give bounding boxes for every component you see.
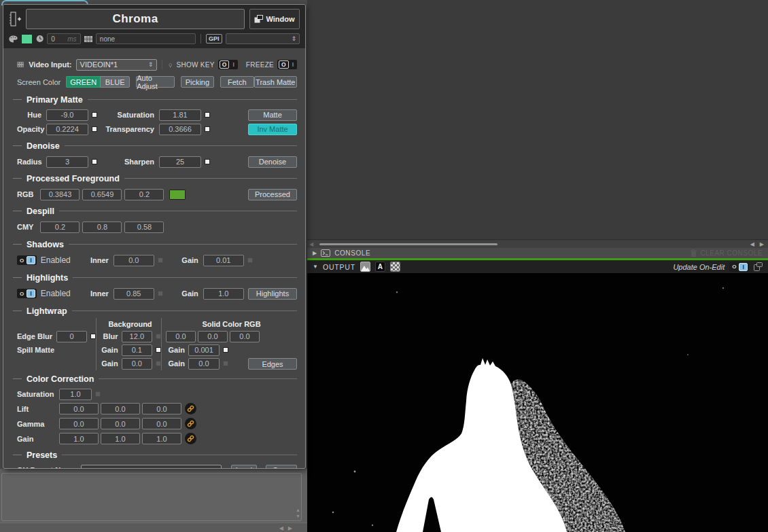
edge-blur-field[interactable]: 0 [56,331,87,342]
scroll-right-icon[interactable]: ▶ [760,241,764,247]
cc-value-field[interactable]: 0.0 [59,403,99,414]
opacity-field[interactable]: 0.2224 [46,124,88,135]
despill-m-field[interactable]: 0.8 [82,221,122,233]
update-on-edit-toggle[interactable]: O I [729,262,749,272]
alpha-view-icon[interactable]: A [375,262,385,272]
bg-blur-field[interactable]: 12.0 [122,331,152,342]
key-color-swatch[interactable] [21,34,33,44]
cc-value-field[interactable]: 0.0 [101,418,140,429]
sharpen-field[interactable]: 25 [159,156,201,168]
solid-gain1-field[interactable]: 0.001 [188,344,220,356]
link-channels-icon[interactable] [185,418,196,429]
gpi-select[interactable]: ⇕ [226,33,300,44]
cc-value-field[interactable]: 0.0 [142,418,181,429]
radius-checkbox[interactable] [92,159,97,164]
clear-console-button[interactable]: CLEAR CONSOLE [691,249,763,257]
solid-gain1-checkbox[interactable] [223,347,228,353]
rgb-view-icon[interactable] [360,262,370,272]
edge-blur-checkbox[interactable] [90,334,96,339]
picking-button[interactable]: Picking [181,76,214,88]
fg-green-field[interactable]: 0.6549 [82,189,122,200]
sharpen-checkbox[interactable] [205,159,210,164]
scroll-left-icon[interactable]: ◀ [279,525,283,531]
window-button[interactable]: Window [249,9,300,29]
auto-adjust-button[interactable]: Auto Adjust [136,76,174,88]
hue-field[interactable]: -9.0 [46,109,88,121]
link-channels-icon[interactable] [185,403,196,414]
solid-gain2-field[interactable]: 0.0 [188,358,220,370]
save-button[interactable]: Save [266,465,297,469]
scroll-left-icon[interactable]: ◀ [309,241,313,247]
highlights-inner-checkbox[interactable] [158,291,163,296]
bg-gain1-field[interactable]: 0.1 [122,344,152,356]
show-key-toggle[interactable]: O I [218,60,238,69]
fetch-button[interactable]: Fetch [220,76,254,88]
bg-gain2-checkbox[interactable] [156,361,161,366]
highlights-gain-field[interactable]: 1.0 [203,288,244,300]
fg-blue-field[interactable]: 0.2 [124,189,164,200]
transparency-checkbox[interactable] [205,126,210,132]
popout-window-icon[interactable] [754,262,763,271]
right-hscrollbar[interactable]: ◀ ◀ ▶ [307,241,768,248]
scrollbar-thumb[interactable] [319,243,498,245]
fg-red-field[interactable]: 0.3843 [40,189,80,200]
console-expand-icon[interactable]: ▶ [313,250,317,256]
scroll-down-icon[interactable]: ▼ [296,514,300,518]
radius-field[interactable]: 3 [46,156,88,168]
highlights-button[interactable]: Highlights [248,288,297,300]
hue-checkbox[interactable] [92,112,97,118]
output-video-viewport[interactable] [307,273,768,532]
saturation-checkbox[interactable] [205,112,210,118]
highlights-inner-field[interactable]: 0.85 [114,288,154,300]
scroll-up-icon[interactable]: ▲ [296,508,300,512]
solid-g-field[interactable]: 0.0 [198,331,228,342]
palette-icon[interactable] [9,35,18,43]
scroll-left-icon[interactable]: ◀ [750,241,754,247]
saturation-field[interactable]: 1.81 [159,109,201,121]
despill-c-field[interactable]: 0.2 [40,221,80,233]
shadows-gain-field[interactable]: 0.01 [203,255,244,266]
trash-matte-button[interactable]: Trash Matte [254,76,297,88]
shadows-inner-checkbox[interactable] [158,258,163,263]
cc-value-field[interactable]: 0.0 [101,403,140,414]
output-collapse-icon[interactable]: ▼ [313,264,318,270]
scroll-right-icon[interactable]: ▶ [288,525,292,531]
matte-button[interactable]: Matte [248,109,297,121]
transparency-view-icon[interactable] [390,262,400,272]
add-layer-icon[interactable] [9,12,21,26]
highlights-enabled-toggle[interactable]: O I [17,289,37,298]
cc-saturation-checkbox[interactable] [95,391,101,397]
foreground-color-swatch[interactable] [169,190,186,200]
delay-ms-field[interactable]: 0 ms [47,33,81,44]
load-button[interactable]: Load [231,465,257,469]
shadows-gain-checkbox[interactable] [247,258,253,263]
bg-gain2-field[interactable]: 0.0 [122,358,152,370]
background-hscrollbar[interactable]: ◀ ▶ [0,522,307,532]
screen-color-blue-button[interactable]: BLUE [100,76,130,88]
despill-y-field[interactable]: 0.58 [124,221,164,233]
transparency-field[interactable]: 0.3666 [159,124,201,135]
solid-r-field[interactable]: 0.0 [166,331,196,342]
video-input-select[interactable]: VIDEOIN*1 ⇕ [76,59,158,71]
edges-button[interactable]: Edges [248,358,297,370]
solid-b-field[interactable]: 0.0 [230,331,260,342]
bg-blur-checkbox[interactable] [156,334,161,339]
cc-value-field[interactable]: 0.0 [142,403,181,414]
solid-gain2-checkbox[interactable] [223,361,228,366]
link-channels-icon[interactable] [185,433,196,444]
processed-button[interactable]: Processed [248,189,297,200]
bg-gain1-checkbox[interactable] [156,347,161,353]
cc-value-field[interactable]: 0.0 [59,418,99,429]
cc-value-field[interactable]: 1.0 [101,433,140,444]
mapping-field[interactable]: none [96,33,196,44]
opacity-checkbox[interactable] [92,126,97,132]
shadows-enabled-toggle[interactable]: O I [17,255,37,265]
denoise-button[interactable]: Denoise [248,156,297,168]
preset-name-input[interactable] [81,465,222,469]
cc-saturation-field[interactable]: 1.0 [59,389,92,400]
cc-value-field[interactable]: 1.0 [142,433,181,444]
inv-matte-button[interactable]: Inv Matte [248,124,297,135]
shadows-inner-field[interactable]: 0.0 [114,255,154,266]
screen-color-green-button[interactable]: GREEN [66,76,100,88]
freeze-toggle[interactable]: O I [277,60,297,69]
